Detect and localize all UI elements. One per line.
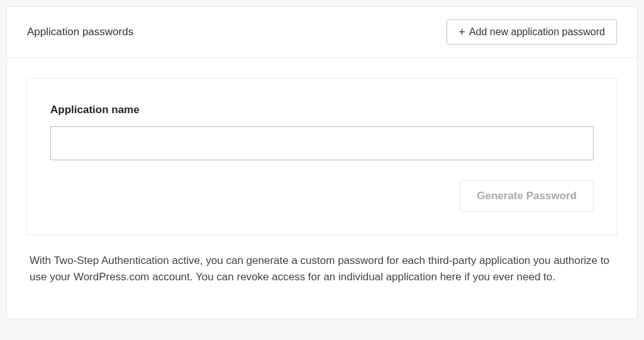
add-button-label: Add new application password <box>469 26 605 38</box>
form-actions: Generate Password <box>50 180 594 212</box>
application-name-input[interactable] <box>50 126 594 160</box>
add-new-application-password-button[interactable]: + Add new application password <box>447 19 617 45</box>
plus-icon: + <box>458 26 465 38</box>
application-password-form: Application name Generate Password <box>27 78 617 235</box>
panel-title: Application passwords <box>27 26 133 38</box>
generate-password-button[interactable]: Generate Password <box>460 180 594 212</box>
panel-body: Application name Generate Password With … <box>7 58 637 319</box>
application-passwords-panel: Application passwords + Add new applicat… <box>6 6 638 319</box>
panel-description: With Two-Step Authentication active, you… <box>27 253 617 299</box>
application-name-label: Application name <box>50 104 594 116</box>
panel-header: Application passwords + Add new applicat… <box>7 7 637 58</box>
